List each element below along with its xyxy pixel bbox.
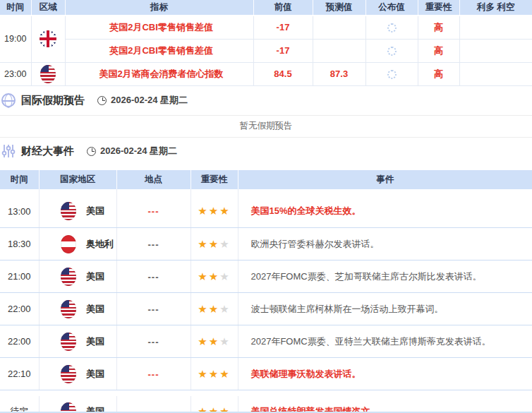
country-cell: 美国 [39,261,116,293]
holiday-empty-row: 暂无假期预告 [0,116,532,138]
importance-value: 高 [418,16,459,39]
stars-filled: ★★ [198,335,219,347]
indicator-time: 19:00 [0,16,31,62]
col-time: 时间 [0,170,39,189]
col-region: 区域 [31,0,65,16]
event-row[interactable]: 待定 美国 --- ★★★ 美国总统特朗普发表国情咨文。 [0,396,532,413]
importance-value: 高 [418,39,459,62]
location-value: --- [148,304,159,315]
country-name: 美国 [86,205,104,216]
country-name: 奥地利 [86,239,114,249]
loading-spinner-icon [387,47,397,56]
importance-stars: ★★★ [191,293,238,325]
country-name: 美国 [86,304,104,314]
col-bull-bear: 利多 利空 [459,0,532,16]
stars-empty: ★ [219,335,230,347]
location-value: --- [148,272,159,282]
importance-stars: ★★★ [191,396,238,413]
event-time: 待定 [0,396,39,413]
importance-stars: ★★★ [191,325,238,358]
stars-empty: ★ [219,270,230,282]
country-cell: 美国 [39,396,116,413]
event-text[interactable]: 波士顿联储主席柯林斯在一场活动上致开幕词。 [238,293,532,325]
country-cell: 美国 [39,358,116,390]
previous-value: -17 [253,16,313,39]
event-text[interactable]: 欧洲央行管委科赫尔发表讲话。 [238,228,532,261]
stars-filled: ★★ [198,238,219,250]
holiday-section-header: 国际假期预告 2026-02-24 星期二 [0,86,532,116]
us-flag-icon [61,268,76,286]
event-time: 22:10 [0,358,39,390]
event-row[interactable]: 13:00 美国 --- ★★★ 美国15%的全球关税生效。 [0,196,532,228]
event-text[interactable]: 美国15%的全球关税生效。 [238,196,532,228]
event-time: 22:00 [0,325,39,358]
country-cell: 美国 [39,293,116,325]
globe-icon [1,93,16,107]
indicator-row[interactable]: 19:00 英国2月CBI零售销售差值 -17 高 [0,16,532,39]
event-text[interactable]: 2027年FOMC票委、芝加哥联储主席古尔斯比发表讲话。 [238,261,532,293]
indicator-header-row: 时间 区域 指标 前值 预测值 公布值 重要性 利多 利空 [0,0,532,16]
country-name: 美国 [86,369,104,379]
bull-bear-cell [459,39,532,62]
indicator-name[interactable]: 英国2月CBI零售销售差值 [65,16,253,39]
event-time: 13:00 [0,196,39,228]
location-value: --- [148,337,159,347]
clock-icon [87,147,96,156]
us-flag-icon [61,365,76,383]
event-row[interactable]: 22:00 美国 --- ★★★ 2027年FOMC票委、亚特兰大联储主席博斯蒂… [0,325,532,358]
events-icon [1,144,16,158]
stars-empty: ★ [219,238,230,250]
event-row[interactable]: 21:00 美国 --- ★★★ 2027年FOMC票委、芝加哥联储主席古尔斯比… [0,261,532,293]
col-indicator: 指标 [65,0,253,16]
event-time: 21:00 [0,261,39,293]
col-time: 时间 [0,0,31,16]
indicator-table: 时间 区域 指标 前值 预测值 公布值 重要性 利多 利空 19:00 英国2月… [0,0,532,86]
published-cell [365,16,418,39]
uk-flag-icon [40,30,56,47]
event-row[interactable]: 22:00 美国 --- ★★★ 波士顿联储主席柯林斯在一场活动上致开幕词。 [0,293,532,325]
indicator-time: 23:00 [0,62,31,85]
us-flag-icon [61,202,76,220]
row-gap [0,390,532,396]
us-flag-icon [40,65,56,83]
location-value: --- [148,206,159,217]
col-importance: 重要性 [418,0,459,16]
col-location: 地点 [116,170,191,189]
importance-stars: ★★★ [191,261,238,293]
event-text[interactable]: 2027年FOMC票委、亚特兰大联储主席博斯蒂克发表讲话。 [238,325,532,358]
loading-spinner-icon [387,23,397,32]
events-section-header: 财经大事件 2026-02-24 星期二 [0,138,532,165]
importance-stars: ★★★ [191,358,238,390]
holiday-empty-text: 暂无假期预告 [240,120,293,132]
country-name: 美国 [86,271,104,282]
event-time: 22:00 [0,293,39,325]
loading-spinner-icon [387,70,397,79]
stars-filled: ★★★ [198,205,230,217]
col-previous: 前值 [253,0,313,16]
country-cell: 美国 [39,196,116,228]
importance-stars: ★★★ [191,196,238,228]
country-cell: 奥地利 [39,228,116,261]
bull-bear-cell [459,16,532,39]
event-time: 18:30 [0,228,39,261]
region-cell [31,16,65,62]
indicator-name[interactable]: 美国2月谘商会消费者信心指数 [65,62,253,85]
event-row[interactable]: 18:30 奥地利 --- ★★★ 欧洲央行管委科赫尔发表讲话。 [0,228,532,261]
previous-value: 84.5 [253,62,313,85]
stars-filled: ★★ [198,303,219,315]
events-table: 时间 国家地区 地点 重要性 事件 13:00 美国 --- ★★★ 美国15%… [0,170,532,413]
event-text[interactable]: 美联储理事沃勒发表讲话。 [238,358,532,390]
country-cell: 美国 [39,325,116,358]
previous-value: -17 [253,39,313,62]
stars-filled: ★★★ [198,368,230,380]
col-forecast: 预测值 [313,0,365,16]
col-published: 公布值 [365,0,418,16]
event-text[interactable]: 美国总统特朗普发表国情咨文。 [238,396,532,413]
event-row[interactable]: 22:10 美国 --- ★★★ 美联储理事沃勒发表讲话。 [0,358,532,390]
holiday-section-date: 2026-02-24 星期二 [111,94,188,107]
indicator-name[interactable]: 英国2月CBI零售销售差值 [65,39,253,62]
indicator-row[interactable]: 英国2月CBI零售销售差值 -17 高 [0,39,532,62]
us-flag-icon [61,300,76,318]
events-section-date: 2026-02-24 星期二 [100,145,177,157]
indicator-row[interactable]: 23:00 美国2月谘商会消费者信心指数 84.5 87.3 高 [0,62,532,85]
